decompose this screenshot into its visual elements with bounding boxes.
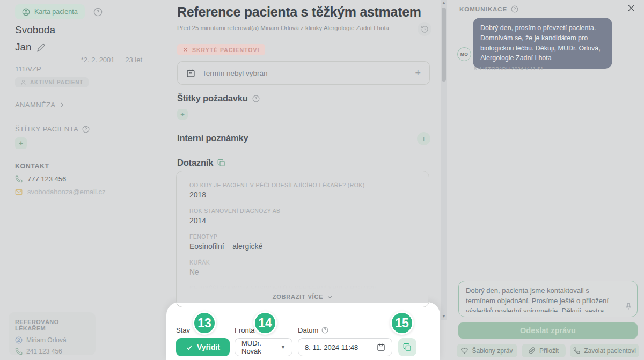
patient-last-name: Svoboda [15, 21, 55, 39]
patient-insurance: 111/VZP [15, 65, 41, 73]
scroll-down-arrow[interactable]: ▼ [441, 314, 447, 318]
message-templates-button[interactable]: Šablony zpráv [457, 344, 517, 357]
patient-age: 23 let [125, 56, 142, 64]
add-patient-tag-button[interactable]: + [15, 137, 27, 149]
queue-label: Fronta [235, 326, 255, 334]
active-patient-badge: AKTIVNÍ PACIENT [15, 77, 89, 87]
referring-doctor: Miriam Orlová [26, 336, 67, 344]
questionnaire-card: OD KDY JE PACIENT V PÉČI ODESÍLAJÍCÍHO L… [176, 171, 429, 307]
referring-doctor-row: Miriam Orlová [15, 336, 89, 344]
communication-heading: KOMUNIKACE [459, 5, 518, 13]
message-input-wrap: Dobrý den, pacienta jsme kontaktovali s … [458, 281, 638, 317]
date-input[interactable]: 8. 11. 2024 11:48 [298, 338, 392, 356]
add-appointment-icon[interactable]: + [415, 68, 421, 79]
chevron-down-icon [327, 294, 333, 300]
sender-avatar: MO [457, 47, 471, 61]
microphone-icon[interactable] [625, 303, 632, 310]
request-tags-heading: Štítky požadavku [177, 93, 260, 104]
add-internal-note-button[interactable]: + [417, 132, 430, 145]
phone-icon [15, 175, 23, 183]
calendar-icon [186, 69, 195, 78]
message-bubble: Dobrý den, prosím o převzetí pacienta. D… [473, 18, 612, 69]
call-patient-button[interactable]: Zavolat pacientovi [570, 344, 639, 357]
attach-button[interactable]: Přiložit [522, 344, 566, 357]
questionnaire-item: OD KDY JE PACIENT V PÉČI ODESÍLAJÍCÍHO L… [189, 182, 416, 199]
tour-callout-15: 15 [390, 311, 414, 335]
patient-email-row[interactable]: svobodahonza@email.cz [15, 188, 105, 196]
close-panel-icon[interactable] [626, 3, 636, 13]
chevron-right-icon [59, 102, 65, 108]
appointment-card[interactable]: Termín nebyl vybrán + [177, 61, 430, 85]
page-title: Reference pacienta s těžkým astmatem [177, 4, 421, 20]
questionnaire-item: ROK STANOVENÍ DIAGNÓZY AB 2014 [189, 208, 416, 225]
patient-tags-heading: ŠTÍTKY PACIENTA [15, 125, 90, 133]
questionnaire-item: KUŘÁK Ne [189, 259, 416, 276]
add-request-tag-button[interactable]: + [177, 109, 188, 120]
referred-by-heading: REFEROVÁNO LÉKAŘEM [15, 319, 89, 332]
help-icon[interactable] [321, 327, 328, 334]
check-icon [186, 344, 193, 351]
person-circle-icon [15, 336, 23, 344]
date-label: Datum [298, 326, 328, 334]
phone-icon [15, 348, 23, 355]
main-scrollbar-thumb[interactable] [442, 8, 446, 82]
tour-callout-14: 14 [253, 311, 277, 335]
help-icon[interactable] [252, 95, 260, 102]
message-timestamp: 8. LISTOPADU 2024 V 11:51 [474, 65, 544, 71]
patient-card-label: Karta pacienta [34, 8, 78, 16]
tour-callout-13: 13 [193, 311, 216, 335]
patient-phone-row[interactable]: 777 123 456 [15, 175, 66, 183]
referred-by-card: REFEROVÁNO LÉKAŘEM Miriam Orlová 241 123… [9, 312, 96, 355]
scroll-up-arrow[interactable]: ▲ [441, 1, 447, 4]
referral-subtitle: Před 25 minutami referoval(a) Miriam Orl… [177, 25, 389, 31]
copy-icon[interactable] [217, 159, 225, 167]
paperclip-icon [529, 347, 536, 354]
anamnesis-link[interactable]: ANAMNÉZA [15, 101, 65, 109]
questionnaire-heading: Dotazník [177, 158, 225, 168]
phone-icon [573, 347, 580, 354]
patient-phone: 777 123 456 [27, 175, 66, 183]
internal-notes-heading: Interní poznámky [177, 133, 248, 143]
queue-select[interactable]: MUDr. Novák ▼ [235, 338, 292, 356]
patient-card-button[interactable]: Karta pacienta [15, 4, 85, 19]
patient-sidebar: Karta pacienta Svoboda Jan *2. 2. 2001 2… [0, 0, 166, 360]
message-input[interactable]: Dobrý den, pacienta jsme kontaktovali s … [466, 286, 620, 312]
history-button[interactable] [418, 22, 431, 36]
person-circle-icon [22, 8, 30, 16]
resolve-button[interactable]: Vyřídit [176, 338, 230, 356]
contact-heading: KONTAKT [15, 163, 49, 170]
send-message-button[interactable]: Odeslat zprávu [458, 322, 638, 339]
person-icon [20, 79, 26, 85]
caret-down-icon: ▼ [281, 344, 286, 350]
calendar-icon [377, 343, 385, 351]
edit-name-icon[interactable] [37, 43, 45, 52]
duplicate-button[interactable] [398, 338, 416, 356]
copy-icon [403, 343, 412, 351]
status-label: Stav [176, 326, 190, 334]
mail-icon [15, 188, 23, 196]
history-icon [421, 25, 429, 33]
referring-phone-row[interactable]: 241 123 456 [15, 348, 89, 355]
patient-birth-date: *2. 2. 2001 [81, 56, 115, 64]
help-icon[interactable] [511, 5, 518, 13]
show-more-link[interactable]: ZOBRAZIT VÍCE [177, 293, 429, 300]
questionnaire-item: FENOTYP Eosinofilní – alergické [189, 233, 416, 251]
communication-panel: KOMUNIKACE MO Dobrý den, prosím o převze… [449, 0, 644, 360]
patient-email: svobodahonza@email.cz [27, 188, 105, 196]
patient-first-name: Jan [15, 39, 32, 56]
remove-chip-icon[interactable] [183, 47, 188, 52]
appointment-placeholder: Termín nebyl vybrán [202, 69, 408, 77]
referring-phone: 241 123 456 [26, 348, 62, 355]
help-icon[interactable] [93, 8, 103, 17]
heart-icon [461, 347, 468, 354]
action-footer: Stav Vyřídit Fronta MUDr. Novák ▼ Datum … [166, 302, 440, 360]
hidden-from-patient-chip[interactable]: SKRYTÉ PACIENTOVI [177, 44, 265, 55]
help-icon[interactable] [82, 126, 90, 133]
